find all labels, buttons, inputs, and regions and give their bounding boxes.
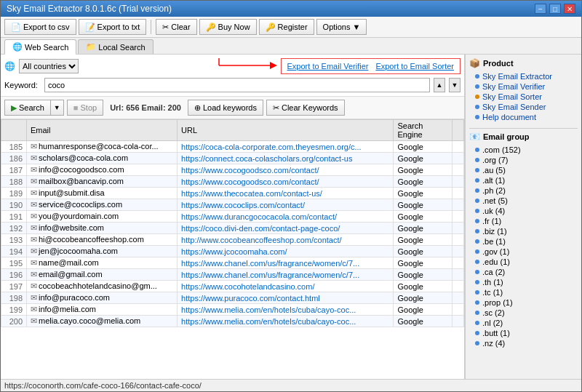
close-button[interactable]: ✕	[564, 4, 575, 14]
group-item[interactable]: .th (1)	[469, 277, 578, 287]
group-item[interactable]: .com (152)	[469, 145, 578, 155]
keyword-scroll-up[interactable]: ▲	[434, 78, 445, 92]
table-row[interactable]: 191 ✉you@yourdomain.com https://www.dura…	[1, 211, 464, 223]
group-name: .th (1)	[482, 278, 503, 287]
tabs-bar: 🌐 Web Search 📁 Local Search	[1, 38, 581, 55]
window-title: Sky Email Extractor 8.0.1.6c (Trial vers…	[7, 4, 172, 14]
group-item[interactable]: .alt (1)	[469, 175, 578, 185]
product-item[interactable]: Sky Email Sender	[469, 102, 578, 112]
tab-web-search[interactable]: 🌐 Web Search	[4, 39, 76, 55]
row-url: https://www.cocogoodsco.com/contact/	[178, 164, 394, 176]
keyword-input[interactable]	[44, 78, 430, 92]
clear-kw-icon: ✂	[273, 103, 279, 113]
group-dot	[475, 331, 479, 335]
tab-local-search[interactable]: 📁 Local Search	[78, 39, 153, 54]
clear-keywords-button[interactable]: ✂ Clear Keywords	[266, 100, 345, 116]
table-row[interactable]: 200 ✉melia.cayo.coco@melia.com https://w…	[1, 316, 464, 327]
row-engine: Google	[394, 211, 453, 223]
group-name: .fr (1)	[482, 217, 501, 225]
group-name: .tc (1)	[482, 288, 503, 297]
folder-icon: 📁	[86, 42, 96, 52]
row-email: ✉you@yourdomain.com	[27, 211, 178, 223]
row-num: 197	[1, 281, 27, 292]
product-item[interactable]: Help document	[469, 112, 578, 122]
row-url: https://www.thecocatea.com/contact-us/	[178, 188, 394, 199]
group-item[interactable]: .sc (2)	[469, 308, 578, 318]
title-bar: Sky Email Extractor 8.0.1.6c (Trial vers…	[1, 1, 581, 17]
email-group-icon: 📧	[469, 132, 480, 142]
product-item[interactable]: Sky Email Sorter	[469, 92, 578, 102]
col-header-email: Email	[27, 120, 178, 141]
group-item[interactable]: .nl (2)	[469, 318, 578, 328]
row-num: 185	[1, 141, 27, 153]
group-dot	[475, 290, 479, 295]
col-header-scroll	[453, 120, 464, 141]
group-item[interactable]: .nz (4)	[469, 338, 578, 348]
options-button[interactable]: Options ▼	[316, 19, 367, 35]
row-url: https://coca-cola-corporate.com.theyesme…	[178, 141, 394, 153]
product-dot	[475, 105, 479, 109]
results-table[interactable]: Email URL Search Engine 185 ✉humanrespon…	[1, 119, 464, 379]
clear-icon: ✂	[162, 23, 169, 32]
row-num: 189	[1, 188, 27, 199]
group-item[interactable]: .fr (1)	[469, 216, 578, 226]
product-item[interactable]: Sky Email Extractor	[469, 71, 578, 81]
group-item[interactable]: .ph (2)	[469, 185, 578, 196]
export-csv-button[interactable]: 📄 Export to csv	[4, 19, 76, 35]
group-dot	[475, 188, 479, 193]
clear-button[interactable]: ✂ Clear	[156, 19, 196, 35]
group-item[interactable]: .butt (1)	[469, 328, 578, 338]
table-row[interactable]: 199 ✉info@melia.com https://www.melia.co…	[1, 304, 464, 316]
group-item[interactable]: .au (5)	[469, 165, 578, 175]
load-keywords-button[interactable]: ⊕ Load keywords	[188, 100, 263, 116]
country-select[interactable]: All countries	[19, 59, 79, 73]
table-row[interactable]: 192 ✉info@website.com https://coco.divi-…	[1, 223, 464, 234]
table-row[interactable]: 190 ✉service@cococlips.com https://www.c…	[1, 199, 464, 211]
group-item[interactable]: .be (1)	[469, 236, 578, 247]
keyword-row: Keyword: ▲ ▼	[4, 78, 461, 92]
table-row[interactable]: 185 ✉humanresponse@coca-cola-cor... http…	[1, 141, 464, 153]
table-row[interactable]: 198 ✉info@puracoco.com https://www.purac…	[1, 292, 464, 304]
group-item[interactable]: .biz (1)	[469, 226, 578, 236]
group-item[interactable]: .org (7)	[469, 155, 578, 165]
buy-now-button[interactable]: 🔑 Buy Now	[199, 19, 257, 35]
table-row[interactable]: 193 ✉hi@cocobeancoffeeshop.com http://ww…	[1, 234, 464, 246]
table-row[interactable]: 189 ✉input@submit.disa https://www.theco…	[1, 188, 464, 199]
table-row[interactable]: 186 ✉scholars@coca-cola.com https://conn…	[1, 153, 464, 164]
globe-icon: 🌐	[12, 42, 23, 52]
row-email: ✉hi@cocobeancoffeeshop.com	[27, 234, 178, 246]
table-row[interactable]: 194 ✉jen@jcocoomaha.com https://www.jcoc…	[1, 246, 464, 257]
maximize-button[interactable]: □	[549, 4, 561, 14]
product-item[interactable]: Sky Email Verifier	[469, 81, 578, 92]
search-button[interactable]: ▶ Search	[5, 100, 51, 115]
group-item[interactable]: .gov (1)	[469, 247, 578, 257]
row-url: https://www.chanel.com/us/fragrance/wome…	[178, 257, 394, 269]
table-row[interactable]: 197 ✉cocobeachhotelandcasino@gm... https…	[1, 281, 464, 292]
group-item[interactable]: .tc (1)	[469, 287, 578, 297]
row-email: ✉scholars@coca-cola.com	[27, 153, 178, 164]
minimize-button[interactable]: −	[535, 4, 546, 14]
stop-button[interactable]: ■ Stop	[67, 100, 103, 116]
table-row[interactable]: 188 ✉mailbox@bancavip.com https://www.co…	[1, 176, 464, 188]
group-item[interactable]: .ca (2)	[469, 267, 578, 277]
keyword-scroll-down[interactable]: ▼	[449, 78, 461, 92]
row-engine: Google	[394, 257, 453, 269]
table-row[interactable]: 196 ✉email@gmail.com https://www.chanel.…	[1, 269, 464, 281]
register-button[interactable]: 🔑 Register	[259, 19, 314, 35]
group-item[interactable]: .net (5)	[469, 196, 578, 206]
group-name: .sc (2)	[482, 308, 505, 317]
row-email: ✉info@melia.com	[27, 304, 178, 316]
table-row[interactable]: 187 ✉info@cocogoodsco.com https://www.co…	[1, 164, 464, 176]
table-row[interactable]: 195 ✉name@mail.com https://www.chanel.co…	[1, 257, 464, 269]
row-engine: Google	[394, 304, 453, 316]
group-item[interactable]: .edu (1)	[469, 257, 578, 267]
export-email-verifier-link[interactable]: Export to Email Verifier	[287, 62, 369, 71]
group-item[interactable]: .prop (1)	[469, 297, 578, 308]
export-email-sorter-link[interactable]: Export to Email Sorter	[375, 62, 454, 71]
search-dropdown-arrow[interactable]: ▼	[51, 100, 63, 115]
group-name: .edu (1)	[482, 257, 510, 266]
group-item[interactable]: .uk (4)	[469, 206, 578, 216]
export-txt-button[interactable]: 📝 Export to txt	[79, 19, 147, 35]
row-engine: Google	[394, 188, 453, 199]
row-email: ✉jen@jcocoomaha.com	[27, 246, 178, 257]
